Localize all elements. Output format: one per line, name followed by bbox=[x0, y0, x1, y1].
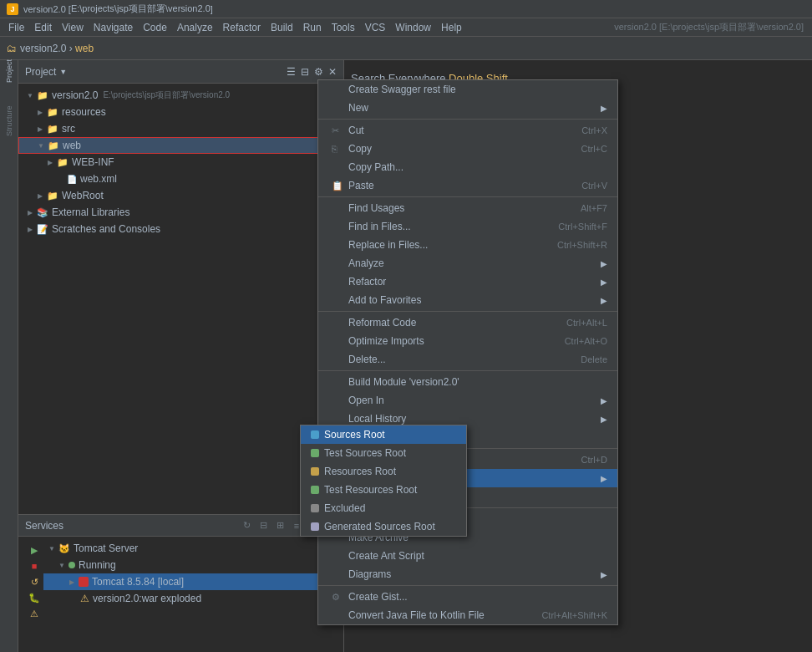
sidebar-structure-icon[interactable]: Structure bbox=[2, 114, 17, 129]
folder-webroot-icon: 📁 bbox=[47, 191, 58, 201]
svc-item-artifact[interactable]: ⚠ version2.0:war exploded bbox=[43, 590, 337, 607]
submenu-resources-root[interactable]: Resources Root bbox=[301, 462, 466, 481]
ctx-reformat-left: Reformat Code bbox=[332, 317, 416, 329]
menu-edit[interactable]: Edit bbox=[29, 20, 57, 35]
ctx-openin-label: Open In bbox=[348, 395, 384, 406]
ctx-replace-files[interactable]: Replace in Files... Ctrl+Shift+R bbox=[318, 236, 617, 254]
panel-gear-icon[interactable]: ⚙ bbox=[314, 66, 323, 78]
svc-play-icon[interactable]: ▶ bbox=[28, 543, 41, 557]
svc-refresh-icon[interactable]: ↻ bbox=[240, 519, 253, 532]
ctx-convert-java[interactable]: Convert Java File to Kotlin File Ctrl+Al… bbox=[318, 606, 617, 624]
tree-item-src[interactable]: ▶ 📁 src bbox=[18, 120, 343, 137]
menu-tools[interactable]: Tools bbox=[327, 20, 360, 35]
svc-item-tomcat[interactable]: ▼ 🐱 Tomcat Server bbox=[43, 540, 337, 557]
ctx-favorites-arrow: ▶ bbox=[601, 296, 607, 305]
menu-analyze[interactable]: Analyze bbox=[172, 20, 218, 35]
title-path-right: version2.0 [E:\projects\jsp项目部署\version2… bbox=[609, 19, 809, 35]
menu-code[interactable]: Code bbox=[138, 20, 172, 35]
menu-navigate[interactable]: Navigate bbox=[89, 20, 138, 35]
submenu-test-sources-root[interactable]: Test Sources Root bbox=[301, 444, 466, 462]
tree-item-webinf[interactable]: ▶ 📁 WEB-INF bbox=[18, 154, 343, 171]
submenu-generated-sources[interactable]: Generated Sources Root bbox=[301, 517, 466, 536]
ctx-copy-path[interactable]: Copy Path... bbox=[318, 158, 617, 176]
tree-item-webxml[interactable]: ▶ 📄 web.xml bbox=[18, 171, 343, 187]
menu-file[interactable]: File bbox=[3, 20, 29, 35]
arrow-web: ▼ bbox=[36, 140, 46, 150]
ctx-find-usages[interactable]: Find Usages Alt+F7 bbox=[318, 199, 617, 217]
svc-item-running[interactable]: ▼ Running bbox=[43, 557, 337, 573]
svc-warn-icon[interactable]: ⚠ bbox=[28, 607, 41, 620]
arrow-webinf: ▶ bbox=[45, 157, 55, 167]
menu-view[interactable]: View bbox=[57, 20, 89, 35]
submenu-generated-label: Generated Sources Root bbox=[324, 521, 435, 532]
ctx-create-swagger[interactable]: Create Swagger rest file bbox=[318, 80, 617, 99]
ctx-new-left: New bbox=[332, 102, 368, 114]
ctx-diagrams-arrow: ▶ bbox=[601, 570, 607, 579]
menu-build[interactable]: Build bbox=[266, 20, 298, 35]
panel-header-left: Project ▼ bbox=[25, 66, 67, 78]
ctx-open-in[interactable]: Open In ▶ bbox=[318, 391, 617, 410]
ctx-analyze-arrow: ▶ bbox=[601, 259, 607, 268]
ctx-cut[interactable]: ✂ Cut Ctrl+X bbox=[318, 121, 617, 140]
svc-stop-icon[interactable]: ■ bbox=[28, 559, 41, 573]
menu-help[interactable]: Help bbox=[436, 20, 467, 35]
panel-collapse-icon[interactable]: ⊟ bbox=[301, 66, 309, 78]
ctx-find-files[interactable]: Find in Files... Ctrl+Shift+F bbox=[318, 217, 617, 236]
submenu-test-resources-root[interactable]: Test Resources Root bbox=[301, 481, 466, 499]
ctx-antscript-label: Create Ant Script bbox=[348, 550, 424, 562]
ctx-compare-shortcut: Ctrl+D bbox=[581, 455, 607, 465]
panel-dropdown[interactable]: ▼ bbox=[59, 68, 67, 76]
ctx-ant-script[interactable]: Create Ant Script bbox=[318, 547, 617, 565]
ctx-analyze[interactable]: Analyze ▶ bbox=[318, 254, 617, 273]
services-tree: ▼ 🐱 Tomcat Server ▼ Running ▶ Tom bbox=[43, 540, 337, 649]
ctx-optimize-shortcut: Ctrl+Alt+O bbox=[565, 336, 607, 346]
submenu-sources-root[interactable]: Sources Root bbox=[301, 425, 466, 444]
svc-filter-icon[interactable]: ⊞ bbox=[273, 519, 287, 532]
svc-collapse-icon[interactable]: ⊟ bbox=[256, 519, 270, 532]
ctx-paste-left: 📋 Paste bbox=[332, 180, 374, 191]
services-layout: ▶ ■ ↺ 🐛 ⚠ ▼ 🐱 Tomcat Server ▼ bbox=[25, 540, 337, 649]
sidebar-project-icon[interactable]: Project bbox=[2, 64, 17, 79]
ctx-refactor-label: Refactor bbox=[348, 276, 386, 288]
tree-item-webroot[interactable]: ▶ 📁 WebRoot bbox=[18, 187, 343, 204]
project-icon: 🗂 bbox=[7, 43, 17, 54]
svc-debug-icon[interactable]: 🐛 bbox=[28, 591, 41, 604]
svc-item-tomcat-version[interactable]: ▶ Tomcat 8.5.84 [local] bbox=[43, 573, 337, 590]
menu-vcs[interactable]: VCS bbox=[360, 20, 391, 35]
tree-item-web[interactable]: ▼ 📁 web bbox=[18, 137, 343, 154]
ctx-build-module[interactable]: Build Module 'version2.0' bbox=[318, 373, 617, 391]
tree-item-extlibs[interactable]: ▶ 📚 External Libraries bbox=[18, 204, 343, 221]
submenu-excluded[interactable]: Excluded bbox=[301, 499, 466, 517]
tree-item-scratches[interactable]: ▶ 📝 Scratches and Consoles bbox=[18, 221, 343, 237]
ctx-diagrams[interactable]: Diagrams ▶ bbox=[318, 565, 617, 583]
nav-sep: › bbox=[66, 43, 75, 54]
ctx-favorites[interactable]: Add to Favorites ▶ bbox=[318, 291, 617, 309]
ctx-refactor-left: Refactor bbox=[332, 276, 386, 288]
ctx-delete[interactable]: Delete... Delete bbox=[318, 350, 617, 369]
tree-label-extlibs: External Libraries bbox=[52, 206, 129, 218]
panel-close-icon[interactable]: ✕ bbox=[328, 66, 337, 78]
ctx-sep-4 bbox=[318, 370, 617, 371]
ctx-optimize-left: Optimize Imports bbox=[332, 335, 424, 347]
menu-window[interactable]: Window bbox=[390, 20, 436, 35]
file-webxml-icon: 📄 bbox=[67, 175, 77, 184]
tree-item-resources[interactable]: ▶ 📁 resources bbox=[18, 104, 343, 120]
ctx-paste[interactable]: 📋 Paste Ctrl+V bbox=[318, 176, 617, 195]
ctx-replacefiles-label: Replace in Files... bbox=[348, 239, 428, 251]
ctx-reformat[interactable]: Reformat Code Ctrl+Alt+L bbox=[318, 313, 617, 332]
ctx-refactor[interactable]: Refactor ▶ bbox=[318, 273, 617, 291]
ctx-new[interactable]: New ▶ bbox=[318, 99, 617, 117]
menu-refactor[interactable]: Refactor bbox=[218, 20, 266, 35]
menu-run[interactable]: Run bbox=[298, 20, 327, 35]
ctx-swagger-label: Create Swagger rest file bbox=[348, 84, 456, 95]
creategist-icon: ⚙ bbox=[332, 592, 343, 603]
ctx-create-gist[interactable]: ⚙ Create Gist... bbox=[318, 588, 617, 606]
panel-settings-icon[interactable]: ☰ bbox=[287, 66, 296, 78]
svc-restart-icon[interactable]: ↺ bbox=[28, 575, 41, 588]
ctx-copypath-label: Copy Path... bbox=[348, 161, 403, 173]
ctx-optimize[interactable]: Optimize Imports Ctrl+Alt+O bbox=[318, 332, 617, 350]
tomcat-icon: 🐱 bbox=[58, 543, 70, 554]
tree-item-project[interactable]: ▼ 📁 version2.0 E:\projects\jsp项目部署\versi… bbox=[18, 87, 343, 104]
ctx-delete-label: Delete... bbox=[348, 354, 386, 365]
ctx-copy[interactable]: ⎘ Copy Ctrl+C bbox=[318, 140, 617, 158]
